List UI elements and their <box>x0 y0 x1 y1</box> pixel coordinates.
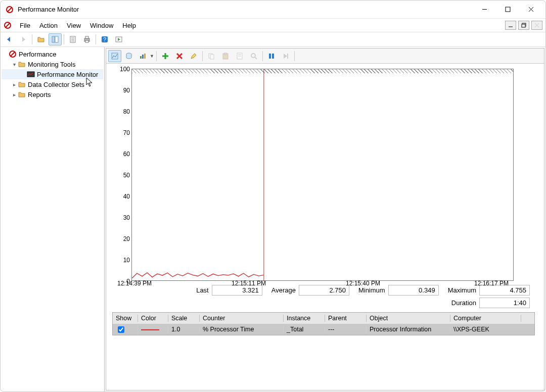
y-tick-label: 20 <box>112 235 130 242</box>
mdi-close-button[interactable] <box>531 21 542 30</box>
x-tick-label: 12:15:11 PM <box>232 280 266 287</box>
main-toolbar: ? <box>1 32 545 47</box>
chart-svg <box>132 69 514 281</box>
svg-line-7 <box>6 23 10 27</box>
perfmon-root-icon <box>9 50 17 58</box>
col-instance[interactable]: Instance <box>284 315 325 322</box>
open-folder-button[interactable] <box>34 33 48 45</box>
back-button[interactable] <box>3 33 16 45</box>
stat-dur-value: 1:40 <box>479 298 530 308</box>
stat-avg-value: 2.750 <box>299 285 349 296</box>
app-icon-small <box>4 21 12 29</box>
tree-item-reports[interactable]: ▸Reports <box>2 89 103 100</box>
chart-area[interactable]: 0102030405060708090100 12:14:39 PM12:15:… <box>106 64 544 284</box>
tree-expander-icon[interactable]: ▸ <box>11 92 18 97</box>
col-counter[interactable]: Counter <box>200 315 284 322</box>
y-tick-label: 60 <box>112 151 130 158</box>
mdi-restore-button[interactable] <box>518 21 529 30</box>
chart-series-line <box>132 273 264 278</box>
menu-help[interactable]: Help <box>118 21 140 30</box>
view-current-activity-button[interactable] <box>108 50 121 62</box>
add-counter-button[interactable] <box>159 50 172 62</box>
chart-type-button[interactable] <box>136 50 150 62</box>
svg-rect-43 <box>272 54 274 59</box>
minimize-button[interactable] <box>473 2 496 17</box>
counter-table[interactable]: Show Color Scale Counter Instance Parent… <box>112 312 535 335</box>
counter-table-row[interactable]: 1.0 % Processor Time _Total --- Processo… <box>113 324 534 335</box>
toolbar-separator <box>64 34 64 44</box>
svg-rect-36 <box>224 53 226 55</box>
view-log-data-button[interactable] <box>122 50 135 62</box>
navigation-tree[interactable]: Performance ▾Monitoring ToolsPerformance… <box>1 47 105 391</box>
tree-expander-icon[interactable]: ▾ <box>11 62 18 67</box>
forward-button[interactable] <box>17 33 30 45</box>
toolbar-separator <box>262 51 263 61</box>
zoom-button[interactable] <box>247 50 260 62</box>
close-button[interactable] <box>519 2 542 17</box>
tree-root[interactable]: Performance <box>2 49 103 59</box>
delete-counter-button[interactable] <box>173 50 186 62</box>
svg-text:?: ? <box>103 36 106 42</box>
chart-grid: 0102030405060708090100 <box>131 69 514 281</box>
stat-min-label: Minimum <box>358 286 385 294</box>
y-tick-label: 40 <box>112 193 130 200</box>
show-hide-tree-button[interactable] <box>49 33 62 45</box>
view-log-toggle-button[interactable] <box>112 33 125 45</box>
svg-rect-32 <box>144 54 146 59</box>
col-scale[interactable]: Scale <box>168 315 200 322</box>
col-computer[interactable]: Computer <box>450 315 521 322</box>
svg-rect-21 <box>85 40 88 42</box>
col-color[interactable]: Color <box>138 315 168 322</box>
stat-dur-label: Duration <box>451 299 476 307</box>
y-tick-label: 80 <box>112 108 130 115</box>
counter-table-header[interactable]: Show Color Scale Counter Instance Parent… <box>113 313 534 324</box>
counter-instance: _Total <box>284 326 325 333</box>
counter-name: % Processor Time <box>200 326 284 333</box>
svg-rect-20 <box>85 36 88 38</box>
help-button[interactable]: ? <box>98 33 111 45</box>
y-tick-label: 100 <box>112 66 130 73</box>
maximize-button[interactable] <box>496 2 519 17</box>
menubar: File Action View Window Help <box>1 19 545 32</box>
counter-object: Processor Information <box>367 326 450 333</box>
menu-action[interactable]: Action <box>35 21 62 30</box>
y-tick-label: 50 <box>112 172 130 179</box>
toolbar-separator <box>96 34 96 44</box>
svg-point-40 <box>251 54 255 58</box>
stats-row-2: Duration 1:40 <box>106 297 544 309</box>
svg-rect-42 <box>269 54 271 59</box>
tree-item-monitoring-tools[interactable]: ▾Monitoring Tools <box>2 59 103 69</box>
highlight-button[interactable] <box>187 50 200 62</box>
x-tick-label: 12:15:40 PM <box>346 280 380 287</box>
stat-avg-label: Average <box>271 286 296 294</box>
freeze-display-button[interactable] <box>265 50 278 62</box>
menu-window[interactable]: Window <box>86 21 117 30</box>
tree-item-data-collector-sets[interactable]: ▸Data Collector Sets <box>2 79 103 89</box>
paste-button[interactable] <box>219 50 232 62</box>
content-pane: ▼ <box>106 48 544 390</box>
chevron-down-icon[interactable]: ▼ <box>150 54 154 59</box>
y-tick-label: 70 <box>112 129 130 136</box>
svg-rect-3 <box>506 7 510 12</box>
col-parent[interactable]: Parent <box>325 315 367 322</box>
col-object[interactable]: Object <box>367 315 450 322</box>
properties-button[interactable] <box>66 33 79 45</box>
print-button[interactable] <box>80 33 94 45</box>
svg-line-1 <box>8 8 12 12</box>
counter-color-swatch <box>141 329 159 330</box>
properties-chart-button[interactable] <box>233 50 246 62</box>
update-data-button[interactable] <box>279 50 292 62</box>
window-title: Performance Monitor <box>18 6 473 13</box>
tree-item-performance-monitor[interactable]: Performance Monitor <box>2 69 103 79</box>
mdi-minimize-button[interactable] <box>505 21 516 30</box>
counter-show-checkbox[interactable] <box>118 326 124 333</box>
tree-item-label: Data Collector Sets <box>28 81 84 88</box>
menu-file[interactable]: File <box>16 21 34 30</box>
copy-button[interactable] <box>205 50 218 62</box>
tree-expander-icon[interactable]: ▸ <box>11 82 18 87</box>
titlebar: Performance Monitor <box>1 1 545 19</box>
stat-min-value: 0.349 <box>388 285 439 296</box>
menu-view[interactable]: View <box>63 21 85 30</box>
stat-max-label: Maximum <box>448 286 476 294</box>
col-show[interactable]: Show <box>113 315 138 322</box>
